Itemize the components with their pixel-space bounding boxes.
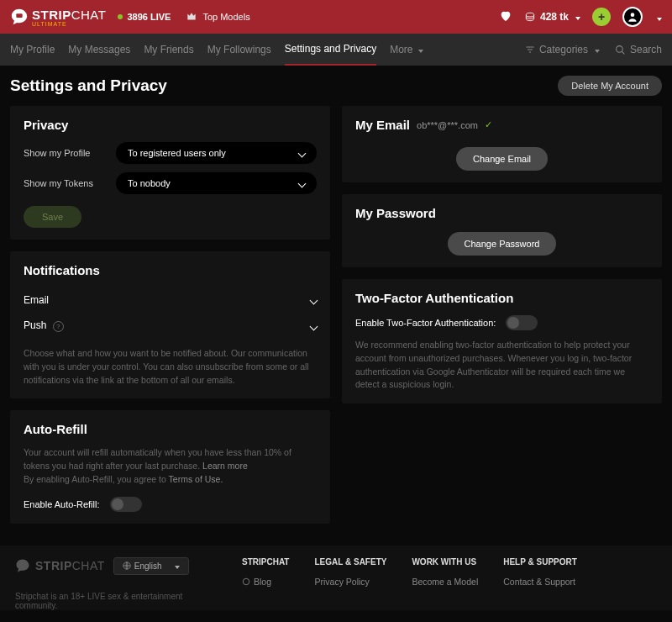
verified-icon: ✓ (485, 119, 492, 130)
chevron-down-icon (299, 148, 305, 158)
privacy-save-button[interactable]: Save (24, 206, 81, 228)
chevron-down-icon (172, 561, 180, 571)
crown-icon (186, 11, 197, 23)
footer-tagline: Stripchat is an 18+ LIVE sex & entertain… (15, 592, 217, 610)
nav-my-messages[interactable]: My Messages (68, 44, 130, 55)
show-profile-label: Show my Profile (24, 148, 108, 158)
autorefill-note: Your account will refill automatically w… (24, 446, 317, 486)
top-models-link[interactable]: Top Models (186, 11, 249, 23)
delete-account-button[interactable]: Delete My Account (558, 76, 662, 96)
email-title: My Email (355, 118, 410, 132)
privacy-title: Privacy (24, 118, 317, 132)
add-tokens-button[interactable]: + (592, 8, 611, 26)
token-balance[interactable]: 428 tk (524, 11, 580, 23)
notifications-note: Choose what and how you want to be notif… (24, 347, 317, 387)
search-button[interactable]: Search (615, 44, 662, 55)
autorefill-title: Auto-Refill (24, 422, 317, 436)
tfa-toggle-label: Enable Two-Factor Authentication: (355, 318, 496, 328)
live-count[interactable]: 3896 LIVE (118, 12, 171, 22)
change-password-button[interactable]: Change Password (448, 232, 557, 256)
terms-link[interactable]: Terms of Use. (169, 474, 223, 484)
blog-icon (242, 577, 250, 586)
change-email-button[interactable]: Change Email (456, 147, 548, 171)
svg-rect-0 (16, 13, 22, 18)
footer-col-stripchat: STRIPCHAT Blog (242, 557, 289, 610)
footer-link-contact[interactable]: Contact & Support (503, 577, 577, 587)
search-icon (615, 45, 626, 55)
svg-point-1 (526, 13, 533, 17)
tfa-title: Two-Factor Authentication (355, 291, 648, 305)
footer-col-work: WORK WITH US Become a Model (412, 557, 478, 610)
chevron-down-icon (299, 178, 305, 188)
nav-settings-privacy[interactable]: Settings and Privacy (285, 43, 376, 66)
footer: STRIPCHAT English Stripchat is an 18+ LI… (0, 546, 672, 610)
footer-col-legal: LEGAL & SAFETY Privacy Policy (314, 557, 386, 610)
show-profile-select[interactable]: To registered users only (116, 142, 317, 164)
password-card: My Password Change Password (342, 194, 662, 267)
tfa-toggle[interactable] (506, 315, 538, 330)
page-title: Settings and Privacy (10, 76, 167, 95)
nav-my-followings[interactable]: My Followings (207, 44, 271, 55)
footer-link-privacy[interactable]: Privacy Policy (314, 577, 386, 587)
nav-my-profile[interactable]: My Profile (10, 44, 55, 55)
user-avatar[interactable] (622, 7, 643, 27)
svg-point-2 (631, 13, 635, 17)
logo-bubble-icon (15, 558, 30, 573)
notifications-card: Notifications Email Push ? Choose what a… (10, 251, 330, 398)
brand-logo[interactable]: STRIPCHAT ULTIMATE (10, 8, 106, 27)
nav-more[interactable]: More (390, 44, 423, 55)
brand-sub: CHAT (71, 8, 107, 22)
chevron-down-icon (311, 294, 317, 306)
brand-main: STRIP (32, 8, 71, 22)
chevron-down-icon (416, 44, 423, 55)
svg-point-3 (617, 45, 623, 52)
chevron-down-icon (311, 320, 317, 332)
topbar: STRIPCHAT ULTIMATE 3896 LIVE Top Models … (0, 0, 672, 34)
language-select[interactable]: English (113, 557, 189, 575)
chevron-down-icon (592, 44, 600, 55)
autorefill-toggle-label: Enable Auto-Refill: (24, 499, 100, 509)
navbar: My Profile My Messages My Friends My Fol… (0, 34, 672, 66)
logo-bubble-icon (10, 8, 29, 26)
notif-push-row[interactable]: Push ? (24, 313, 317, 339)
footer-col-help: HELP & SUPPORT Contact & Support (503, 557, 577, 610)
nav-my-friends[interactable]: My Friends (144, 44, 193, 55)
tokens-icon (524, 11, 536, 23)
svg-point-5 (243, 578, 249, 585)
notif-email-row[interactable]: Email (24, 287, 317, 313)
email-card: My Email ob***@***.com ✓ Change Email (342, 106, 662, 182)
autorefill-toggle[interactable] (110, 497, 142, 512)
filter-icon (525, 45, 535, 55)
live-dot-icon (118, 14, 123, 19)
footer-logo[interactable]: STRIPCHAT (15, 558, 105, 573)
categories-button[interactable]: Categories (525, 44, 600, 55)
password-title: My Password (355, 206, 648, 220)
autorefill-card: Auto-Refill Your account will refill aut… (10, 410, 330, 523)
footer-link-model[interactable]: Become a Model (412, 577, 478, 587)
help-icon[interactable]: ? (53, 321, 64, 332)
email-value: ob***@***.com (417, 120, 478, 130)
show-tokens-label: Show my Tokens (24, 178, 108, 188)
favorites-icon[interactable] (499, 9, 512, 25)
show-tokens-select[interactable]: To nobody (116, 172, 317, 194)
privacy-card: Privacy Show my Profile To registered us… (10, 106, 330, 240)
globe-icon (123, 561, 131, 570)
notifications-title: Notifications (24, 263, 317, 277)
chevron-down-icon[interactable] (654, 9, 662, 24)
chevron-down-icon (573, 11, 580, 23)
footer-link-blog[interactable]: Blog (242, 577, 289, 587)
learn-more-link[interactable]: Learn more (202, 461, 248, 471)
tfa-card: Two-Factor Authentication Enable Two-Fac… (342, 279, 662, 403)
tfa-note: We recommend enabling two-factor authent… (355, 339, 648, 392)
